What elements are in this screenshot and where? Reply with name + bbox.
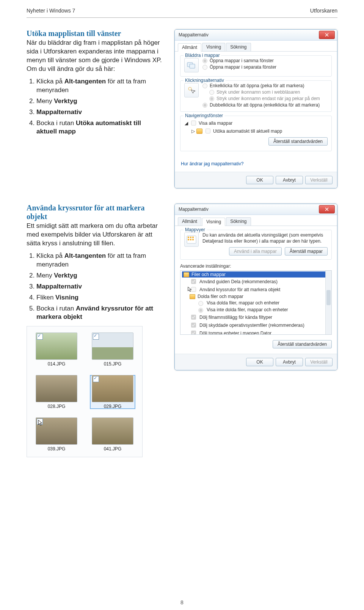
folder-icon [190, 294, 195, 299]
group-views-label: Mappvyer [184, 227, 207, 232]
svg-rect-7 [188, 239, 189, 240]
list-item: Mappalternativ [36, 108, 163, 117]
ok-button[interactable]: OK [246, 358, 273, 366]
thumbnail-item[interactable]: 039.JPG [34, 417, 79, 452]
group-nav-label: Navigeringsfönster [184, 113, 224, 118]
thumbnails-panel: 014.JPG 015.JPG 028.JPG 029.JPG 039.JPG [27, 326, 143, 457]
ok-button[interactable]: OK [246, 176, 273, 184]
thumbnail-item[interactable]: 015.JPG [90, 332, 135, 367]
scrollbar-thumb[interactable] [326, 290, 331, 305]
help-link[interactable]: Hur ändrar jag mappalternativ? [181, 161, 243, 166]
apply-button[interactable]: Verkställ [305, 358, 333, 366]
restore-defaults-button[interactable]: Återställ standardvärden [273, 340, 332, 348]
thumbnail-item[interactable]: 041.JPG [90, 417, 135, 452]
tab-search[interactable]: Sökning [226, 43, 251, 51]
cursor-icon [38, 420, 44, 426]
svg-rect-1 [190, 64, 195, 68]
sectionA-steps: Klicka på Alt-tangenten för att ta fram … [27, 77, 163, 136]
thumbnail-item-selected[interactable]: 029.JPG [90, 375, 135, 409]
thumbnail-label: 028.JPG [48, 404, 66, 409]
restore-defaults-button[interactable]: Återställ standardvärden [268, 137, 328, 146]
header-left: Nyheter i Windows 7 [27, 8, 75, 14]
apply-all-folders-button[interactable]: Använd i alla mappar [229, 247, 282, 256]
close-button[interactable] [319, 205, 335, 213]
tab-view[interactable]: Visning [202, 218, 225, 226]
views-description: Du kan använda det aktuella visningsläge… [202, 232, 328, 244]
radio-underline-browser: Stryk under ikonnamn som i webbläsaren [202, 89, 320, 95]
folder-options-dialog-view: Mappalternativ Allmänt Visning Sökning M… [174, 204, 337, 370]
list-item: Bocka i rutan Använd kryssrutor för att … [36, 304, 163, 322]
tab-general[interactable]: Allmänt [178, 217, 201, 226]
group-click-label: Klickningsalternativ [184, 78, 226, 83]
list-item: Bocka i rutan Utöka automatiskt till akt… [36, 119, 163, 136]
tree-row-auto-expand[interactable]: ▷ Utöka automatiskt till aktuell mapp [184, 127, 328, 135]
sectionA-title: Utöka mapplistan till vänster [27, 29, 163, 38]
list-item: Meny Verktyg [36, 97, 163, 106]
radio-same-window[interactable]: Öppna mappar i samma fönster [202, 58, 276, 63]
svg-rect-4 [188, 237, 189, 238]
group-browse-label: Bläddra i mappar [184, 53, 221, 58]
thumbnail-label: 029.JPG [104, 404, 122, 409]
sectionA-intro: När du bläddrar dig fram i mapplistan på… [27, 39, 163, 74]
thumbnail-label: 039.JPG [48, 446, 66, 452]
page-number: 8 [0, 599, 364, 605]
list-header: Filer och mappar [182, 271, 330, 278]
click-icon [184, 83, 199, 97]
scrollbar[interactable] [325, 271, 331, 334]
dialog-title: Mappalternativ [179, 207, 209, 212]
thumbnail-label: 041.JPG [104, 446, 122, 452]
list-item[interactable]: Använd guiden Dela (rekommenderas) [182, 278, 330, 285]
list-item[interactable]: Dölj skyddade operativsystemfiler (rekom… [182, 321, 330, 329]
views-icon [184, 232, 199, 247]
cursor-icon [227, 130, 233, 136]
list-item: Meny Verktyg [36, 271, 163, 280]
thumbnail-item[interactable]: 028.JPG [34, 375, 79, 409]
folder-icon [184, 272, 189, 277]
svg-rect-9 [192, 239, 194, 240]
svg-rect-8 [190, 239, 191, 240]
checkbox-icon[interactable] [93, 334, 99, 340]
folder-icon [196, 129, 202, 134]
list-item[interactable]: Visa inte dolda filer, mappar och enhete… [182, 306, 330, 313]
thumbnail-label: 014.JPG [48, 361, 66, 367]
radio-single-click[interactable]: Enkelklicka för att öppna (peka för att … [202, 83, 320, 88]
list-item-use-checkboxes[interactable]: Använd kryssrutor för att markera objekt [182, 285, 330, 293]
list-item: Fliken Visning [36, 293, 163, 302]
browse-icon [184, 58, 199, 72]
list-item: Klicka på Alt-tangenten för att ta fram … [36, 77, 163, 95]
cursor-icon [187, 287, 193, 293]
list-item[interactable]: Dölj filnamnstillägg för kända filtyper [182, 313, 330, 321]
sectionB-steps: Klicka på Alt-tangenten för att ta fram … [27, 252, 163, 322]
tab-view[interactable]: Visning [202, 43, 225, 51]
list-item[interactable]: Dolda filer och mappar [182, 293, 330, 300]
dialog-title: Mappalternativ [179, 32, 209, 38]
folder-options-dialog-general: Mappalternativ Allmänt Visning Sökning B… [174, 29, 337, 188]
radio-double-click[interactable]: Dubbelklicka för att öppna (enkelklicka … [202, 102, 320, 108]
checkbox-icon[interactable] [37, 334, 43, 340]
close-button[interactable] [319, 31, 335, 39]
list-item[interactable]: Visa dolda filer, mappar och enheter [182, 300, 330, 306]
list-item[interactable]: Dölj tomma enheter i mappen Dator [182, 329, 330, 335]
thumbnail-label: 015.JPG [104, 361, 122, 367]
cancel-button[interactable]: Avbryt [276, 176, 303, 184]
thumbnail-item[interactable]: 014.JPG [34, 332, 79, 367]
tab-general[interactable]: Allmänt [178, 43, 201, 52]
cancel-button[interactable]: Avbryt [276, 358, 303, 366]
reset-folders-button[interactable]: Återställ mappar [285, 247, 328, 256]
checkbox-icon[interactable] [93, 376, 99, 382]
radio-underline-hover: Stryk under ikonnamn endast när jag peka… [202, 96, 320, 101]
list-item: Klicka på Alt-tangenten för att ta fram … [36, 252, 163, 269]
header-rule [27, 17, 337, 18]
svg-rect-6 [192, 237, 194, 238]
header-right: Utforskaren [310, 8, 337, 14]
sectionB-intro: Ett smidigt sätt att markera om du ofta … [27, 222, 163, 248]
tree-row[interactable]: ◢ Visa alla mappar [184, 119, 328, 127]
advanced-settings-list[interactable]: Filer och mappar Använd guiden Dela (rek… [180, 270, 332, 335]
list-item: Mappalternativ [36, 282, 163, 291]
radio-separate-windows[interactable]: Öppna mappar i separata fönster [202, 64, 276, 70]
apply-button[interactable]: Verkställ [305, 176, 333, 184]
svg-rect-5 [190, 237, 191, 238]
advanced-label: Avancerade inställningar: [180, 263, 332, 269]
sectionB-title: Använda kryssrutor för att markera objek… [27, 204, 163, 221]
tab-search[interactable]: Sökning [226, 217, 251, 226]
